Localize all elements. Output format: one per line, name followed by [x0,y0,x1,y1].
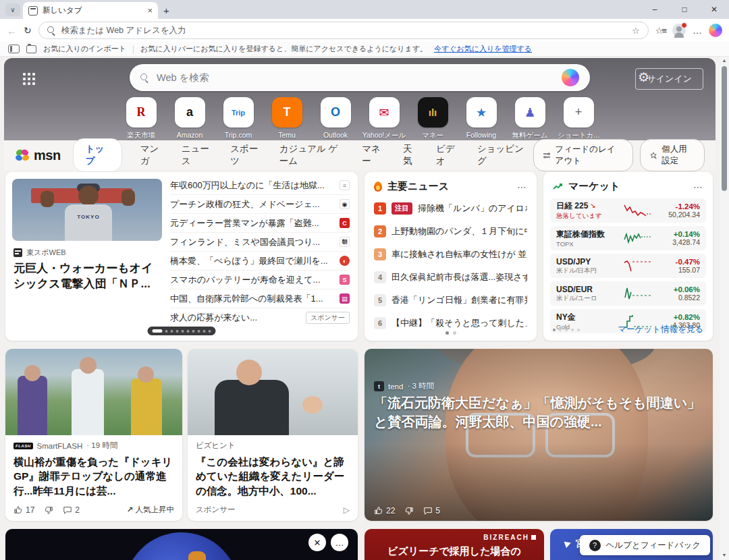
favorites-import-label[interactable]: お気に入りのインポート [43,44,126,54]
tab-close-icon[interactable]: × [147,5,153,16]
manage-favorites-link[interactable]: 今すぐお気に入りを管理する [434,44,532,54]
top-news-item[interactable]: 2 上野動物園のパンダ、１月下旬に中... [364,220,537,243]
browser-tab[interactable]: 新しいタブ × [23,2,158,19]
quick-link-free-games[interactable]: ♟ 無料ゲーム [506,97,554,140]
headline-item[interactable]: スマホのバッテリーが寿命を迎えて... S [170,271,350,289]
quick-link-yahoo-mail[interactable]: ✉ Yahoo!メール [360,97,408,140]
yahoo-mail-icon: ✉ [369,97,400,128]
comments-button[interactable]: 5 [423,506,440,515]
dismiss-card-button[interactable]: ✕ [308,534,326,551]
collections-icon[interactable]: ☆≡ [655,26,666,36]
top-news-item[interactable]: 4 田久保眞紀前市長は落選...姿現さず ... [364,266,537,289]
tab-money[interactable]: マネー [362,143,385,167]
close-button[interactable]: ✕ [699,0,729,19]
tab-weather[interactable]: 天気 [403,143,418,167]
favorites-message: お気に入りバーにお気に入りを登録すると、簡単にアクセスできるようになります。 [140,44,427,54]
msn-logo[interactable]: msn [15,148,61,163]
like-button[interactable]: 22 [374,506,395,515]
quick-link-tripcom[interactable]: Trip Trip.com [214,97,263,140]
new-tab-button[interactable]: + [163,5,169,16]
dislike-button[interactable] [404,506,414,515]
address-placeholder[interactable]: 検索または Web アドレスを入力 [61,25,626,36]
top-news-item[interactable]: 1 注目 掃除機「ルンバ」のアイロボ... [364,197,537,220]
favorite-star-icon[interactable]: ☆ [632,26,640,36]
like-button[interactable]: 17 [14,505,34,515]
browser-menu-icon[interactable]: … [693,25,702,36]
tend-logo-icon: t [374,381,384,391]
search-placeholder[interactable]: Web を検索 [157,72,554,84]
tab-top[interactable]: トップ [73,138,122,172]
tab-search-chevron-icon[interactable]: ∨ [5,3,20,16]
web-search-box[interactable]: Web を検索 [130,64,590,91]
comments-button[interactable]: 2 [63,505,80,515]
help-feedback-button[interactable]: ? ヘルプとフィードバック [580,535,710,555]
tab-news[interactable]: ニュース [182,143,213,167]
copilot-icon[interactable] [709,24,722,37]
minimize-button[interactable]: – [640,0,670,19]
page-scrollbar[interactable]: ▲ ▼ [720,57,729,560]
headline-item-sponsored[interactable]: 求人の応募が来ない... スポンサー [170,308,350,327]
quick-link-rakuten[interactable]: R 楽天市場 [117,97,165,140]
smartflash-article-card[interactable]: FLASH SmartFLASH 19 時間 横山裕が重傷を負った『ドッキリGP… [5,349,182,521]
scroll-up-arrow[interactable]: ▲ [720,58,729,63]
profile-avatar[interactable] [672,24,686,37]
headline-item[interactable]: 年収600万円以上なのに「生活は地獄... ≡ [170,176,350,195]
app-launcher-icon[interactable] [23,73,35,85]
market-row-usdjpy[interactable]: USD/JPY 米ドル/日本円 -0.47% 155.07 [550,254,706,278]
bizreach-ad-card[interactable]: BIZREACH ビズリーチで採用した場合の [364,529,544,560]
personalize-star-icon [650,151,657,160]
address-bar[interactable]: 検索または Web アドレスを入力 ☆ [38,22,649,39]
article-image [364,349,713,521]
browser-titlebar: ∨ 新しいタブ × + – □ ✕ [0,0,729,19]
feed-layout-button[interactable]: フィードのレイアウト [533,139,633,171]
bizhint-sponsored-card[interactable]: ビズヒント 『この会社は変わらない』と諦めていた組織を変えたリーダーの信念。地方… [188,349,358,521]
back-button[interactable]: ← [7,25,17,36]
top-news-item[interactable]: 5 香港「リンゴ日報」創業者に有罪判... [364,289,537,312]
tab-manga[interactable]: マンガ [140,143,164,167]
tab-casual-games[interactable]: カジュアル ゲーム [279,143,344,167]
quick-link-outlook[interactable]: O Outlook [311,97,360,140]
maximize-button[interactable]: □ [670,0,699,19]
sign-in-button[interactable]: サインイン [635,68,703,90]
dislike-button[interactable] [44,505,53,515]
top-news-item[interactable]: 3 車に接触され自転車の女性けが 並走... [364,243,537,266]
personalize-button[interactable]: 個人用設定 [640,139,705,171]
hero-news-card[interactable]: TOKYO 東スポWEB 元巨人・ウォーカーもオイシックス電撃入団「ＮＰ... … [5,172,358,341]
quick-link-following[interactable]: ★ Following [457,97,506,140]
market-info-link[interactable]: マーケット情報を見る [618,324,703,335]
scroll-down-arrow[interactable]: ▼ [720,553,729,557]
card-options-button[interactable]: … [331,534,348,551]
headline-item[interactable]: 中国、自衛隊元幹部への制裁発表「1... ▤ [170,289,350,308]
market-row-nikkei[interactable]: 日経 225↘ 急落しています -1.24% 50,204.34 [550,198,706,223]
quick-link-money[interactable]: ılı マネー [408,97,457,140]
copilot-icon[interactable] [562,69,579,86]
card-more-icon[interactable]: ⋯ [517,181,527,192]
globe-card[interactable]: ✕ … [5,529,358,560]
card-pagination[interactable] [446,331,456,335]
hero-article-title[interactable]: 元巨人・ウォーカーもオイシックス電撃入団「ＮＰ... [14,261,161,292]
card-more-icon[interactable]: ⋯ [693,181,703,192]
sidebar-toggle-icon[interactable] [8,45,20,53]
bizreach-brand: BIZREACH [483,534,536,541]
reload-button[interactable]: ↻ [24,25,32,36]
ad-choices-icon[interactable]: ▷ [344,505,350,515]
headline-item[interactable]: 元ディーラー営業マンが暴露「盗難... C [170,214,350,233]
tab-video[interactable]: ビデオ [436,143,460,167]
headline-item[interactable]: プーチン政権の狂犬、メドベージェ... ◉ [170,195,350,214]
quick-link-amazon[interactable]: a Amazon [165,97,214,140]
market-row-usdeur[interactable]: USD/EUR 米ドル/ユーロ +0.06% 0.8522 [550,281,706,306]
quick-link-temu[interactable]: T Temu [263,97,311,140]
tab-sports[interactable]: スポーツ [230,143,262,167]
quick-link-add-shortcut[interactable]: + ショートカ... [554,97,603,140]
tend-article-card[interactable]: t tend 3 時間 「流石元防衛大臣だなぁ」「憶測がそもそも間違い」と賛否両… [364,349,713,521]
headline-item[interactable]: 橋本愛、「べらぼう」最終回で瀬川を... ◐ [170,252,350,271]
tab-shopping[interactable]: ショッピング [477,143,524,167]
location-pin-icon [564,540,572,548]
market-row-topix[interactable]: 東証株価指数 TOPX +0.14% 3,428.74 [550,226,706,250]
card-pagination[interactable] [553,329,580,331]
carousel-pagination[interactable] [148,327,216,335]
scrollbar-thumb[interactable] [722,66,727,191]
active-page-indicator [153,329,163,333]
rank-badge: 4 [374,271,386,283]
headline-item[interactable]: フィンランド、ミスや国会議員つり... 朝 [170,233,350,252]
